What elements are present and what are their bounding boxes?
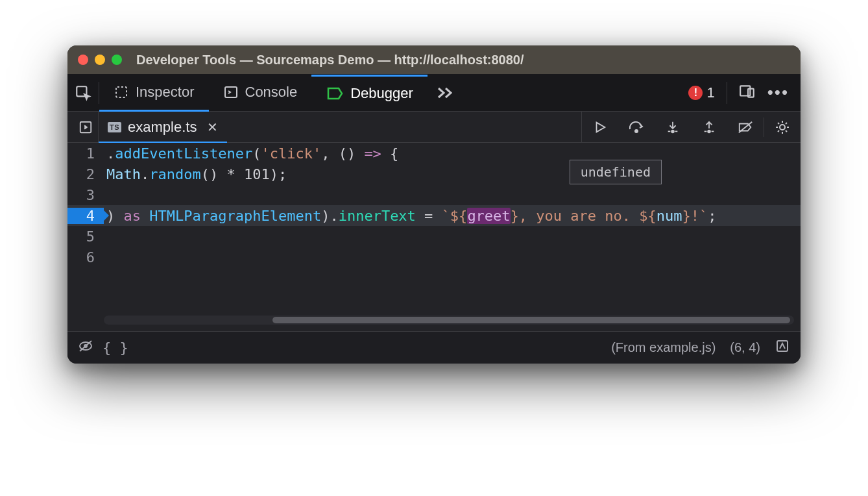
svg-rect-1 [116,87,127,97]
code-editor[interactable]: 1 .addEventListener('click', () => { 2 M… [67,143,801,331]
code-line[interactable]: 5 [67,226,801,247]
line-number: 6 [67,249,104,266]
step-over-button[interactable] [618,112,655,142]
tab-debugger-label: Debugger [350,85,413,102]
sourcemap-toggle-icon[interactable] [775,338,790,357]
tab-debugger[interactable]: Debugger [311,75,428,112]
line-number: 2 [67,166,104,182]
more-icon[interactable]: ••• [767,82,789,103]
svg-point-8 [708,130,710,132]
code-line[interactable]: 3 [67,184,801,205]
minimize-window-button[interactable] [95,55,105,65]
svg-point-7 [671,130,674,132]
typescript-badge-icon: TS [108,122,121,132]
traffic-lights [78,55,122,65]
step-in-button[interactable] [655,112,691,142]
resume-button[interactable] [582,112,618,142]
maximize-window-button[interactable] [112,55,122,65]
titlebar: Developer Tools — Sourcemaps Demo — http… [67,45,801,74]
deactivate-breakpoints-button[interactable] [727,112,764,142]
pretty-print-icon[interactable]: { } [102,340,128,356]
svg-point-9 [780,125,785,130]
sources-panel-toggle[interactable] [73,112,99,142]
code-text: .addEventListener('click', () => { [104,145,398,162]
code-text: Math.random() * 101); [104,166,287,182]
tab-console-label: Console [245,84,298,101]
code-line[interactable]: 1 .addEventListener('click', () => { [67,143,801,164]
scrollbar-thumb[interactable] [272,317,790,323]
code-line-current[interactable]: 4 ) as HTMLParagraphElement).innerText =… [67,205,801,226]
line-number: 5 [67,229,104,245]
window-title: Developer Tools — Sourcemaps Demo — http… [136,53,524,68]
line-number-breakpoint[interactable]: 4 [67,208,104,224]
tab-inspector[interactable]: Inspector [99,75,209,112]
file-tab-name: example.ts [128,119,197,136]
code-line[interactable]: 6 [67,247,801,267]
error-counter[interactable]: ! 1 [688,84,714,101]
file-tabbar: TS example.ts ✕ [67,112,801,143]
debugger-settings-button[interactable] [764,112,801,142]
separator [727,82,727,104]
close-tab-icon[interactable]: ✕ [207,119,218,135]
file-tab-example-ts[interactable]: TS example.ts ✕ [99,112,227,143]
svg-point-6 [635,130,638,132]
overflow-tabs-button[interactable] [428,74,464,111]
statusbar: { } (From example.js) (6, 4) [67,331,801,364]
inspector-icon [114,84,129,100]
cursor-position: (6, 4) [730,340,760,355]
value-tooltip: undefined [570,160,662,184]
debugger-controls [581,112,801,142]
tool-tabbar: Inspector Console Debugger [67,74,801,112]
devtools-window: Developer Tools — Sourcemaps Demo — http… [67,45,801,364]
console-icon [223,84,239,100]
code-text: ) as HTMLParagraphElement).innerText = `… [104,208,717,224]
close-window-button[interactable] [78,55,88,65]
error-icon: ! [688,86,703,100]
debugger-icon [326,86,344,101]
line-number: 1 [67,145,104,162]
error-count: 1 [706,84,714,101]
tab-inspector-label: Inspector [136,84,195,101]
code-line[interactable]: 2 Math.random() * 101); [67,164,801,184]
source-map-origin: (From example.js) [611,340,716,355]
blackbox-icon[interactable] [78,338,93,357]
pick-element-icon[interactable] [67,74,99,111]
horizontal-scrollbar[interactable] [104,316,794,325]
step-out-button[interactable] [691,112,727,142]
tab-console[interactable]: Console [209,75,312,112]
responsive-mode-icon[interactable] [739,83,756,103]
line-number: 3 [67,187,104,203]
